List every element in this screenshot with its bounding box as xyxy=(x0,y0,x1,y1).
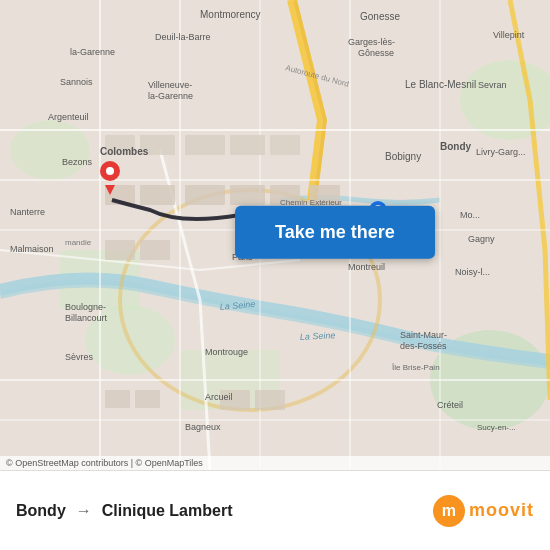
svg-text:Mo...: Mo... xyxy=(460,210,480,220)
take-me-there-wrapper: Take me there xyxy=(235,206,435,259)
svg-text:Villepint: Villepint xyxy=(493,30,525,40)
svg-text:Bobigny: Bobigny xyxy=(385,151,421,162)
svg-text:Malmaison: Malmaison xyxy=(10,244,54,254)
svg-rect-23 xyxy=(185,135,225,155)
svg-rect-29 xyxy=(230,185,265,205)
svg-text:Créteil: Créteil xyxy=(437,400,463,410)
svg-text:Sevran: Sevran xyxy=(478,80,507,90)
svg-text:Saint-Maur-: Saint-Maur- xyxy=(400,330,447,340)
svg-rect-28 xyxy=(185,185,225,205)
svg-text:Deuil-la-Barre: Deuil-la-Barre xyxy=(155,32,211,42)
svg-rect-34 xyxy=(105,390,130,408)
svg-rect-35 xyxy=(135,390,160,408)
svg-text:Nanterre: Nanterre xyxy=(10,207,45,217)
svg-text:Gagny: Gagny xyxy=(468,234,495,244)
svg-rect-37 xyxy=(255,390,285,410)
svg-text:Livry-Garg...: Livry-Garg... xyxy=(476,147,526,157)
svg-text:La Seine: La Seine xyxy=(300,330,336,342)
map-container: La Seine La Seine Autoroute du Nord xyxy=(0,0,550,470)
svg-text:la-Garenne: la-Garenne xyxy=(70,47,115,57)
svg-text:Argenteuil: Argenteuil xyxy=(48,112,89,122)
map-attribution: © OpenStreetMap contributors | © OpenMap… xyxy=(0,456,550,470)
svg-rect-25 xyxy=(270,135,300,155)
svg-text:Garges-lès-: Garges-lès- xyxy=(348,37,395,47)
route-to: Clinique Lambert xyxy=(102,502,233,520)
svg-text:la-Garenne: la-Garenne xyxy=(148,91,193,101)
route-arrow: → xyxy=(76,502,92,520)
svg-text:Montrouge: Montrouge xyxy=(205,347,248,357)
svg-text:Gonesse: Gonesse xyxy=(360,11,400,22)
svg-text:Sucy-en-...: Sucy-en-... xyxy=(477,423,516,432)
svg-text:Villeneuve-: Villeneuve- xyxy=(148,80,192,90)
svg-text:Billancourt: Billancourt xyxy=(65,313,108,323)
svg-text:Arcueil: Arcueil xyxy=(205,392,233,402)
moovit-logo-text: moovit xyxy=(469,500,534,521)
svg-text:Sèvres: Sèvres xyxy=(65,352,94,362)
take-me-there-button[interactable]: Take me there xyxy=(235,206,435,259)
svg-text:Noisy-l...: Noisy-l... xyxy=(455,267,490,277)
svg-text:Boulogne-: Boulogne- xyxy=(65,302,106,312)
route-from: Bondy xyxy=(16,502,66,520)
svg-text:Gônesse: Gônesse xyxy=(358,48,394,58)
bottom-bar: Bondy → Clinique Lambert m moovit xyxy=(0,470,550,550)
svg-text:Île Brise-Pain: Île Brise-Pain xyxy=(391,363,440,372)
svg-text:Sannois: Sannois xyxy=(60,77,93,87)
svg-text:Bezons: Bezons xyxy=(62,157,93,167)
svg-text:mandie: mandie xyxy=(65,238,92,247)
svg-rect-32 xyxy=(105,240,135,260)
svg-rect-33 xyxy=(140,240,170,260)
svg-text:Colombes: Colombes xyxy=(100,146,149,157)
svg-point-80 xyxy=(106,167,114,175)
svg-text:Montreuil: Montreuil xyxy=(348,262,385,272)
moovit-logo: m moovit xyxy=(433,495,534,527)
svg-rect-24 xyxy=(230,135,265,155)
svg-text:Bondy: Bondy xyxy=(440,141,472,152)
moovit-logo-icon: m xyxy=(433,495,465,527)
svg-text:des-Fossés: des-Fossés xyxy=(400,341,447,351)
svg-text:Montmorency: Montmorency xyxy=(200,9,261,20)
svg-text:Le Blanc-Mesnil: Le Blanc-Mesnil xyxy=(405,79,476,90)
svg-rect-27 xyxy=(140,185,175,205)
svg-text:Bagneux: Bagneux xyxy=(185,422,221,432)
